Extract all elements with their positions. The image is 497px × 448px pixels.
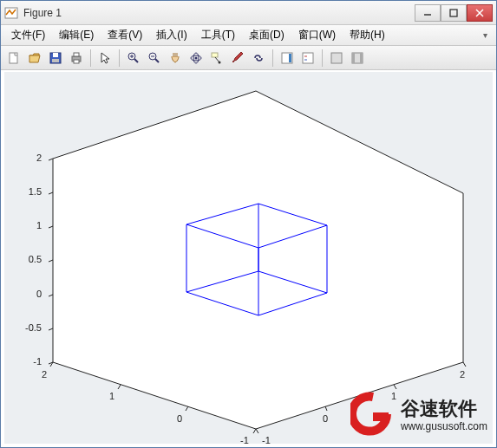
svg-rect-26: [289, 54, 291, 62]
data-cursor-icon[interactable]: [207, 49, 226, 68]
toolbar-separator: [119, 49, 120, 67]
svg-line-60: [394, 385, 396, 389]
menu-window[interactable]: 窗口(W): [291, 25, 343, 45]
close-button[interactable]: [467, 4, 493, 22]
x-tick-label: 1: [391, 391, 396, 401]
x-tick-label: 0: [323, 413, 328, 424]
brush-icon[interactable]: [228, 49, 247, 68]
menu-help[interactable]: 帮助(H): [343, 25, 392, 45]
svg-line-50: [49, 260, 53, 262]
maximize-button[interactable]: [441, 4, 467, 22]
legend-icon[interactable]: [298, 49, 317, 68]
menu-overflow-icon[interactable]: ▾: [478, 28, 493, 42]
menu-edit[interactable]: 编辑(E): [52, 25, 101, 45]
svg-line-61: [463, 362, 466, 367]
svg-line-49: [49, 226, 53, 228]
svg-line-48: [49, 192, 53, 194]
svg-line-52: [49, 328, 53, 330]
toolbar-separator: [90, 49, 91, 67]
svg-line-57: [253, 429, 256, 433]
svg-rect-32: [352, 53, 355, 63]
x-tick-label: -1: [262, 435, 271, 445]
new-file-icon[interactable]: [4, 49, 23, 68]
print-icon[interactable]: [67, 49, 86, 68]
link-icon[interactable]: [249, 49, 268, 68]
svg-point-21: [195, 56, 198, 59]
figure-window: Figure 1 文件(F) 编辑(E) 查看(V) 插入(I) 工具(T) 桌…: [0, 0, 497, 448]
svg-line-17: [155, 59, 159, 62]
svg-rect-8: [52, 59, 59, 62]
y-tick-label: 1: [109, 391, 114, 401]
toolbar-separator: [322, 49, 323, 67]
svg-rect-33: [360, 53, 363, 63]
svg-point-24: [219, 61, 221, 63]
hide-plot-tools-icon[interactable]: [327, 49, 346, 68]
svg-line-13: [134, 59, 138, 62]
pan-icon[interactable]: [166, 49, 185, 68]
figure-canvas[interactable]: 2 1.5 1 0.5 0 -0.5 -1 2 1 0 -1 -1 0 1 2 …: [4, 72, 493, 444]
menu-view[interactable]: 查看(V): [101, 25, 149, 45]
svg-line-51: [49, 295, 53, 296]
svg-rect-10: [74, 53, 79, 56]
svg-rect-5: [10, 53, 17, 63]
svg-rect-30: [331, 53, 342, 63]
z-tick-label: 0.5: [19, 254, 42, 264]
z-tick-label: -1: [23, 356, 42, 367]
title-bar: Figure 1: [1, 1, 496, 25]
zoom-out-icon[interactable]: [145, 49, 164, 68]
window-title: Figure 1: [23, 7, 415, 19]
axes-3d: [13, 72, 486, 445]
svg-line-56: [186, 406, 188, 411]
svg-rect-22: [212, 53, 218, 57]
window-buttons: [415, 4, 493, 22]
y-tick-label: 2: [42, 369, 47, 380]
menu-desktop[interactable]: 桌面(D): [242, 25, 291, 45]
z-tick-label: -0.5: [17, 322, 42, 333]
x-tick-label: 2: [460, 369, 465, 380]
open-icon[interactable]: [25, 49, 44, 68]
z-tick-label: 1: [24, 220, 42, 230]
toolbar-separator: [272, 49, 273, 67]
svg-line-58: [256, 429, 258, 433]
svg-rect-11: [74, 60, 79, 63]
menu-file[interactable]: 文件(F): [4, 25, 52, 45]
colorbar-icon[interactable]: [278, 49, 297, 68]
svg-rect-27: [303, 53, 313, 63]
svg-rect-7: [53, 53, 58, 57]
save-icon[interactable]: [46, 49, 65, 68]
menu-tools[interactable]: 工具(T): [194, 25, 242, 45]
svg-line-55: [118, 385, 121, 389]
svg-rect-2: [450, 10, 457, 16]
minimize-button[interactable]: [415, 4, 441, 22]
svg-line-59: [325, 406, 327, 411]
y-tick-label: -1: [240, 435, 249, 445]
toolbar: [1, 46, 496, 70]
z-tick-label: 0: [24, 289, 42, 299]
menu-bar: 文件(F) 编辑(E) 查看(V) 插入(I) 工具(T) 桌面(D) 窗口(W…: [1, 25, 496, 46]
y-tick-label: 0: [177, 413, 182, 424]
z-tick-label: 1.5: [19, 186, 42, 197]
show-plot-tools-icon[interactable]: [348, 49, 367, 68]
svg-line-47: [49, 159, 53, 160]
menu-insert[interactable]: 插入(I): [149, 25, 193, 45]
rotate3d-icon[interactable]: [186, 49, 206, 68]
z-tick-label: 2: [24, 153, 42, 163]
pointer-icon[interactable]: [95, 49, 114, 68]
app-icon: [4, 6, 18, 20]
zoom-in-icon[interactable]: [124, 49, 143, 68]
